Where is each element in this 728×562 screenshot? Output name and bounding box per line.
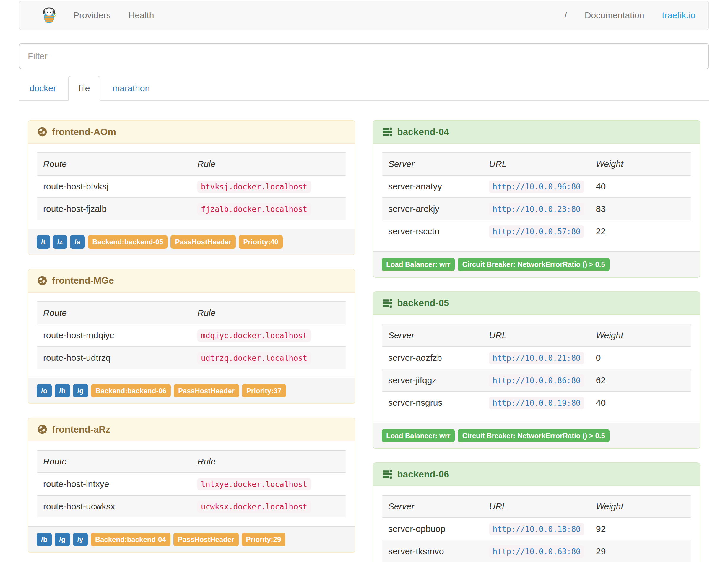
server-row: server-opbuop http://10.0.0.18:80 92 (382, 518, 691, 540)
frontend-card-body: Route Rule route-host-btvksj btvksj.dock… (28, 144, 355, 229)
frontend-card-header: frontend-aRz (28, 418, 355, 441)
backend-badge: Circuit Breaker: NetworkErrorRatio () > … (458, 429, 609, 443)
route-row: route-host-lntxye lntxye.docker.localhos… (37, 473, 346, 495)
servers-icon (382, 298, 392, 308)
tab-marathon[interactable]: marathon (102, 76, 160, 101)
backend-card: backend-06 Server URL Weight server-opbu… (373, 462, 700, 562)
entrypoint-badge: /h (55, 384, 70, 398)
backend-card-body: Server URL Weight server-anatyy http://1… (373, 144, 700, 251)
rule-cell: mdqiyc.docker.localhost (191, 324, 346, 347)
backend-card-footer: Load Balancer: wrrCircuit Breaker: Netwo… (373, 251, 700, 277)
column-header-url: URL (483, 324, 590, 347)
frontend-card: frontend-MGe Route Rule route-host-mdqiy… (28, 269, 355, 404)
frontend-card: frontend-AOm Route Rule route-host-btvks… (28, 120, 355, 255)
backend-title: backend-04 (397, 126, 449, 137)
weight-cell: 83 (590, 198, 691, 220)
entrypoint-badge: /o (37, 384, 52, 398)
weight-cell: 62 (590, 369, 691, 392)
frontend-card-header: frontend-AOm (28, 121, 355, 144)
backend-card-header: backend-04 (373, 121, 700, 144)
rule-cell: fjzalb.docker.localhost (191, 198, 346, 220)
weight-cell: 40 (590, 392, 691, 414)
traefik-logo[interactable] (24, 7, 64, 24)
frontend-title: frontend-MGe (52, 275, 114, 286)
navbar-right: / Documentation traefik.io (555, 10, 704, 20)
server-table: Server URL Weight server-aozfzb http://1… (382, 324, 691, 414)
server-row: server-jifqgz http://10.0.0.86:80 62 (382, 369, 691, 392)
rule-cell: udtrzq.docker.localhost (191, 347, 346, 369)
weight-cell: 92 (590, 518, 691, 540)
route-rule-table: Route Rule route-host-btvksj btvksj.dock… (37, 152, 346, 220)
rule-code: mdqiyc.docker.localhost (197, 329, 311, 342)
frontend-card-body: Route Rule route-host-lntxye lntxye.dock… (28, 441, 355, 526)
backend-card-body: Server URL Weight server-aozfzb http://1… (373, 315, 700, 423)
server-row: server-arekjy http://10.0.0.23:80 83 (382, 198, 691, 220)
column-header-server: Server (382, 495, 483, 518)
provider-tabs: docker file marathon (19, 76, 709, 101)
weight-cell: 22 (590, 220, 691, 242)
rule-code: udtrzq.docker.localhost (197, 352, 311, 364)
url-code: http://10.0.0.96:80 (489, 181, 584, 193)
url-code: http://10.0.0.63:80 (489, 545, 584, 558)
entrypoint-badge: /t (37, 235, 50, 249)
url-cell: http://10.0.0.63:80 (483, 540, 590, 562)
column-header-rule: Rule (191, 302, 346, 324)
rule-code: fjzalb.docker.localhost (197, 203, 311, 215)
column-header-route: Route (37, 153, 191, 175)
rule-code: lntxye.docker.localhost (197, 478, 311, 490)
content: frontend-AOm Route Rule route-host-btvks… (19, 120, 709, 562)
frontend-title: frontend-AOm (52, 126, 116, 137)
entrypoint-badge: /g (55, 533, 70, 546)
server-cell: server-aozfzb (382, 347, 483, 369)
table-header-row: Server URL Weight (382, 153, 691, 175)
table-header-row: Route Rule (37, 153, 346, 175)
url-cell: http://10.0.0.21:80 (483, 347, 590, 369)
backend-card: backend-04 Server URL Weight server-anat… (373, 120, 700, 278)
route-rule-table: Route Rule route-host-lntxye lntxye.dock… (37, 450, 346, 517)
setting-badge: Priority:40 (239, 235, 283, 249)
column-header-rule: Rule (191, 450, 346, 473)
servers-icon (382, 127, 392, 137)
column-header-route: Route (37, 302, 191, 324)
tab-file[interactable]: file (68, 76, 100, 101)
entrypoint-badge: /y (73, 533, 88, 546)
frontend-card-footer: /o/h/gBackend:backend-06PassHostHeaderPr… (28, 378, 355, 404)
tab-docker[interactable]: docker (19, 76, 67, 101)
server-cell: server-tksmvo (382, 540, 483, 562)
nav-item-health[interactable]: Health (120, 10, 163, 20)
backend-badge: Load Balancer: wrr (382, 258, 455, 271)
nav-item-documentation[interactable]: Documentation (576, 10, 653, 20)
server-cell: server-anatyy (382, 175, 483, 198)
frontend-card-footer: /b/g/yBackend:backend-04PassHostHeaderPr… (28, 526, 355, 552)
table-header-row: Route Rule (37, 450, 346, 473)
route-row: route-host-mdqiyc mdqiyc.docker.localhos… (37, 324, 346, 347)
nav-item-providers[interactable]: Providers (64, 10, 120, 20)
backend-badge: Circuit Breaker: NetworkErrorRatio () > … (458, 258, 609, 271)
route-cell: route-host-ucwksx (37, 495, 191, 517)
server-table: Server URL Weight server-opbuop http://1… (382, 495, 691, 562)
route-cell: route-host-fjzalb (37, 198, 191, 220)
backend-title: backend-06 (397, 469, 449, 480)
frontends-column: frontend-AOm Route Rule route-host-btvks… (19, 120, 364, 562)
backend-title: backend-05 (397, 298, 449, 308)
route-row: route-host-fjzalb fjzalb.docker.localhos… (37, 198, 346, 220)
frontend-card: frontend-aRz Route Rule route-host-lntxy… (28, 418, 355, 553)
route-row: route-host-btvksj btvksj.docker.localhos… (37, 175, 346, 198)
route-cell: route-host-btvksj (37, 175, 191, 198)
filter-input[interactable] (19, 43, 709, 69)
url-code: http://10.0.0.21:80 (489, 352, 584, 364)
route-cell: route-host-mdqiyc (37, 324, 191, 347)
entrypoint-badge: /b (37, 533, 52, 546)
globe-icon (37, 276, 47, 286)
nav-item-traefik-io[interactable]: traefik.io (653, 10, 704, 20)
table-header-row: Route Rule (37, 302, 346, 324)
weight-cell: 40 (590, 175, 691, 198)
entrypoint-badge: /g (73, 384, 88, 398)
setting-badge: Priority:29 (242, 533, 286, 546)
rule-cell: lntxye.docker.localhost (191, 473, 346, 495)
column-header-server: Server (382, 324, 483, 347)
setting-badge: Backend:backend-06 (91, 384, 171, 398)
nav-separator: / (555, 10, 576, 20)
url-code: http://10.0.0.18:80 (489, 523, 584, 535)
rule-cell: ucwksx.docker.localhost (191, 495, 346, 517)
